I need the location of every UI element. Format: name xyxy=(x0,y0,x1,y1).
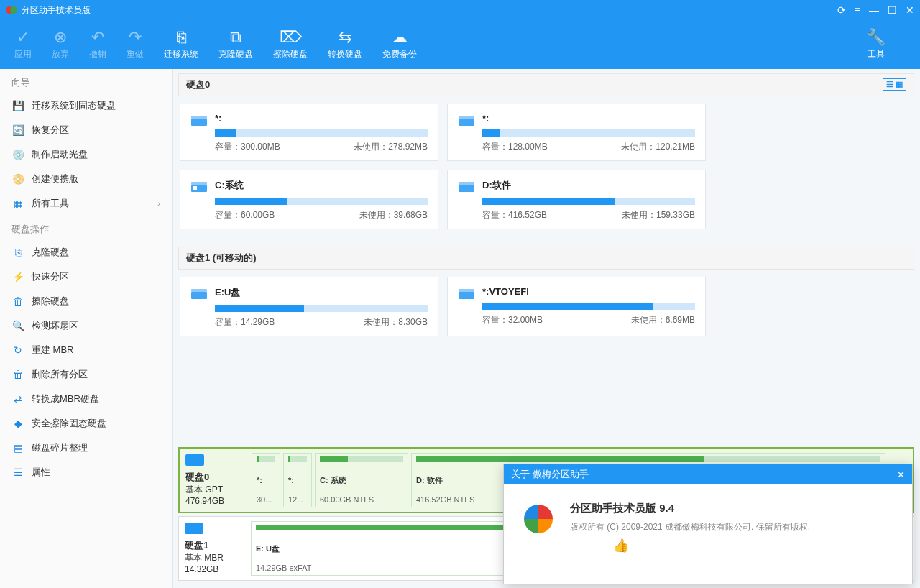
unused-label: 未使用：159.33GB xyxy=(622,209,695,221)
diskmap-partition[interactable]: *:12... xyxy=(283,453,312,507)
sidebar-icon: ↻ xyxy=(12,344,24,357)
sidebar-label: 擦除硬盘 xyxy=(32,295,69,308)
sidebar-icon: 📀 xyxy=(12,173,24,185)
svg-rect-11 xyxy=(191,292,207,299)
about-close-icon[interactable]: ✕ xyxy=(897,469,905,480)
disk1-header: 硬盘1 (可移动的) xyxy=(178,247,914,270)
discard-button[interactable]: ⊗放弃 xyxy=(52,29,69,60)
svg-rect-8 xyxy=(193,186,197,190)
sidebar-label: 安全擦除固态硬盘 xyxy=(32,417,106,430)
partition-card[interactable]: *:VTOYEFI 容量：32.00MB未使用：6.69MB xyxy=(447,277,706,336)
partition-card[interactable]: *: 容量：128.00MB未使用：120.21MB xyxy=(447,104,706,161)
sidebar-item[interactable]: ◆安全擦除固态硬盘 xyxy=(0,411,172,436)
diskmap-partition[interactable]: C: 系统60.00GB NTFS xyxy=(315,453,408,507)
capacity-label: 容量：416.52GB xyxy=(482,209,547,221)
sidebar-icon: ▤ xyxy=(12,441,24,454)
partition-card[interactable]: E:U盘 容量：14.29GB未使用：8.30GB xyxy=(180,277,438,336)
partition-name: *: xyxy=(482,113,695,124)
sidebar-icon: ▦ xyxy=(12,197,24,210)
usage-bar xyxy=(215,198,428,205)
sidebar-label: 删除所有分区 xyxy=(32,368,88,381)
sidebar-item[interactable]: ▤磁盘碎片整理 xyxy=(0,436,172,460)
drive-icon xyxy=(190,114,208,127)
chevron-right-icon: › xyxy=(157,199,160,208)
view-toggle-icon[interactable]: ☰ ▦ xyxy=(883,78,906,91)
sidebar-label: 快速分区 xyxy=(32,270,69,283)
sidebar-label: 创建便携版 xyxy=(32,173,78,185)
sidebar: 向导 💾迁移系统到固态硬盘🔄恢复分区💿制作启动光盘📀创建便携版▦所有工具› 硬盘… xyxy=(0,69,172,588)
about-dialog: 关于 傲梅分区助手 ✕ 分区助手技术员版 9.4 版权所有 (C) 2009-2… xyxy=(503,464,913,584)
close-icon[interactable]: ✕ xyxy=(906,4,914,16)
svg-rect-5 xyxy=(459,116,474,119)
usage-bar xyxy=(482,198,695,205)
about-title: 关于 傲梅分区助手 xyxy=(511,468,589,481)
sidebar-icon: ⚡ xyxy=(12,270,24,283)
sidebar-icon: 🔍 xyxy=(12,319,24,332)
sidebar-label: 迁移系统到固态硬盘 xyxy=(32,99,116,112)
menu-icon[interactable]: ≡ xyxy=(855,4,860,16)
redo-button[interactable]: ↷重做 xyxy=(126,29,144,60)
svg-rect-10 xyxy=(459,182,474,185)
sidebar-item[interactable]: ⚡快速分区 xyxy=(0,265,172,289)
sidebar-item[interactable]: 💿制作启动光盘 xyxy=(0,142,172,167)
convert-button[interactable]: ⇆转换硬盘 xyxy=(328,29,362,60)
sidebar-icon: 💾 xyxy=(12,99,24,112)
sidebar-label: 检测坏扇区 xyxy=(32,319,78,332)
partition-card[interactable]: D:软件 容量：416.52GB未使用：159.33GB xyxy=(447,170,706,229)
usage-bar xyxy=(215,129,428,137)
sidebar-item[interactable]: ▦所有工具› xyxy=(0,191,172,216)
partition-card[interactable]: C:系统 容量：60.00GB未使用：39.68GB xyxy=(180,170,438,229)
sidebar-label: 恢复分区 xyxy=(32,124,69,137)
undo-button[interactable]: ↶撤销 xyxy=(89,29,106,60)
minimize-icon[interactable]: — xyxy=(869,4,879,16)
sidebar-label: 克隆硬盘 xyxy=(32,246,69,259)
sidebar-item[interactable]: 🔍检测坏扇区 xyxy=(0,313,172,338)
disk-icon xyxy=(185,454,204,466)
sidebar-item[interactable]: 🗑擦除硬盘 xyxy=(0,289,172,313)
thumb-icon[interactable]: 👍 xyxy=(613,538,629,553)
unused-label: 未使用：6.69MB xyxy=(631,314,695,326)
migrate-button[interactable]: ⎘迁移系统 xyxy=(164,29,198,60)
partition-card[interactable]: *: 容量：300.00MB未使用：278.92MB xyxy=(180,104,438,161)
partition-name: E:U盘 xyxy=(215,286,428,299)
sidebar-item[interactable]: ↻重建 MBR xyxy=(0,338,172,362)
partition-name: C:系统 xyxy=(215,179,428,192)
title-bar: 分区助手技术员版 ⟳ ≡ — ☐ ✕ xyxy=(0,0,920,20)
svg-point-1 xyxy=(10,6,17,14)
apply-button[interactable]: ✓应用 xyxy=(14,29,32,60)
wipe-button[interactable]: ⌦擦除硬盘 xyxy=(273,29,308,60)
sidebar-item[interactable]: ☰属性 xyxy=(0,460,172,484)
svg-rect-4 xyxy=(459,119,474,126)
sidebar-item[interactable]: 📀创建便携版 xyxy=(0,167,172,191)
disk0-header: 硬盘0 ☰ ▦ xyxy=(178,73,914,96)
sidebar-item[interactable]: ⇄转换成MBR硬盘 xyxy=(0,387,172,411)
svg-rect-3 xyxy=(191,116,207,119)
disk-list[interactable]: 硬盘0 ☰ ▦ *: 容量：300.00MB未使用：278.92MB *: 容量… xyxy=(172,69,920,440)
svg-rect-9 xyxy=(459,185,474,192)
sidebar-item[interactable]: ⎘克隆硬盘 xyxy=(0,240,172,265)
sidebar-item[interactable]: 💾迁移系统到固态硬盘 xyxy=(0,93,172,118)
sidebar-item[interactable]: 🗑删除所有分区 xyxy=(0,362,172,387)
app-logo-icon xyxy=(6,4,17,16)
tools-button[interactable]: 🔧工具 xyxy=(866,29,886,60)
unused-label: 未使用：8.30GB xyxy=(364,316,428,329)
diskmap-partition[interactable]: *:30... xyxy=(252,453,280,507)
backup-button[interactable]: ☁免费备份 xyxy=(382,29,417,60)
wizard-section-title: 向导 xyxy=(0,69,172,93)
unused-label: 未使用：39.68GB xyxy=(359,209,428,221)
usage-bar xyxy=(215,305,428,312)
sidebar-icon: ⎘ xyxy=(12,246,24,259)
sidebar-label: 重建 MBR xyxy=(32,344,74,357)
sidebar-item[interactable]: 🔄恢复分区 xyxy=(0,118,172,142)
maximize-icon[interactable]: ☐ xyxy=(888,4,897,16)
svg-rect-7 xyxy=(191,182,207,185)
refresh-icon[interactable]: ⟳ xyxy=(837,4,846,16)
toolbar: ✓应用 ⊗放弃 ↶撤销 ↷重做 ⎘迁移系统 ⧉克隆硬盘 ⌦擦除硬盘 ⇆转换硬盘 … xyxy=(0,20,920,69)
svg-rect-13 xyxy=(459,292,474,299)
sidebar-icon: ◆ xyxy=(12,417,24,430)
partition-name: *:VTOYEFI xyxy=(482,286,695,297)
svg-rect-2 xyxy=(191,119,207,126)
drive-icon xyxy=(458,180,475,193)
about-product-name: 分区助手技术员版 9.4 xyxy=(570,502,810,515)
clone-button[interactable]: ⧉克隆硬盘 xyxy=(218,29,253,60)
